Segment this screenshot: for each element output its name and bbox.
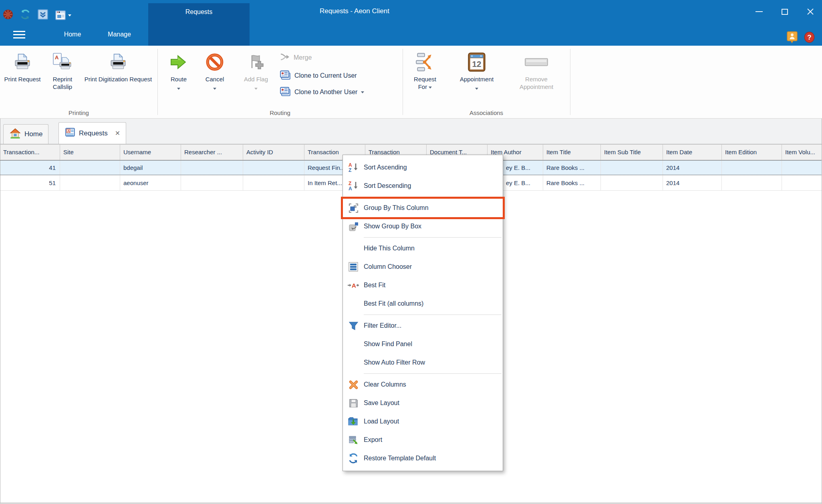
menu-item-best-fit[interactable]: A Best Fit — [343, 276, 503, 294]
menu-item-hide-this-column[interactable]: Hide This Column — [343, 239, 503, 258]
window-title: Requests - Aeon Client — [320, 7, 389, 15]
requests-doc-icon: A — [64, 127, 76, 139]
print-digitization-request-label: Print Digitization Request — [82, 75, 154, 83]
add-flag-label: Add Flag — [238, 75, 274, 83]
associations-group-label: Associations — [403, 109, 570, 116]
merge-label: Merge — [294, 54, 312, 61]
cancel-label: Cancel — [197, 75, 232, 83]
ribbon-tab-home[interactable]: Home — [54, 23, 91, 46]
merge-button: Merge — [280, 52, 312, 64]
group-by-icon — [343, 203, 364, 214]
printer-icon — [3, 49, 42, 75]
remove-appointment-label-line2: Appointment — [520, 83, 553, 90]
request-for-button[interactable]: Request For — [406, 49, 444, 91]
close-button[interactable] — [804, 6, 816, 18]
menu-item-column-chooser[interactable]: Column Chooser — [343, 258, 503, 276]
app-logo-icon — [3, 9, 13, 21]
menu-separator — [364, 237, 502, 238]
doc-tab-home[interactable]: Home — [3, 124, 48, 144]
best-fit-icon: A — [343, 281, 364, 290]
submit-icon[interactable] — [37, 9, 48, 22]
ribbon: Print Request A Reprint Callslip Print D… — [0, 46, 822, 119]
menu-item-sort-ascending[interactable]: AZ Sort Ascending — [343, 158, 503, 177]
column-header[interactable]: Item Sub Title — [601, 145, 663, 160]
print-digitization-request-button[interactable]: Print Digitization Request — [82, 49, 154, 83]
menu-separator — [364, 197, 502, 197]
column-header[interactable]: Site — [60, 145, 120, 160]
clone-to-current-user-label: Clone to Current User — [294, 72, 357, 79]
menu-item-export[interactable]: Export — [343, 431, 503, 449]
form-window-icon[interactable] — [55, 10, 71, 20]
print-request-button[interactable]: Print Request — [3, 49, 42, 83]
clone-to-another-user-button[interactable]: Clone to Another User — [280, 86, 364, 98]
column-header[interactable]: Item Date — [663, 145, 722, 160]
menu-item-show-find-panel[interactable]: Show Find Panel — [343, 335, 503, 353]
ribbon-tab-manage[interactable]: Manage — [99, 23, 139, 46]
ribbon-tab-row: Home Manage Process Bundles — [0, 23, 822, 46]
cancel-dropdown-caret — [213, 88, 216, 90]
filter-icon — [343, 321, 364, 331]
home-icon — [9, 128, 21, 141]
svg-text:A: A — [352, 282, 356, 289]
clone-card-icon — [280, 70, 291, 82]
route-dropdown-caret — [177, 88, 180, 90]
column-header[interactable]: Activity ID — [243, 145, 304, 160]
document-tab-strip: Home A Requests ✕ — [0, 119, 822, 144]
flag-icon — [238, 49, 274, 75]
route-arrow-icon — [161, 49, 196, 75]
column-header[interactable]: Username — [120, 145, 181, 160]
menu-item-filter-editor[interactable]: Filter Editor... — [343, 317, 503, 335]
add-flag-dropdown-caret — [254, 88, 258, 90]
cancel-icon — [197, 49, 232, 75]
menu-item-clear-columns[interactable]: Clear Columns — [343, 375, 503, 394]
reprint-callslip-button[interactable]: A Reprint Callslip — [43, 49, 82, 91]
menu-separator — [364, 314, 502, 315]
printer-icon — [82, 49, 154, 75]
group-separator — [403, 49, 403, 115]
merge-icon — [280, 52, 290, 63]
menu-item-best-fit-all-columns[interactable]: Best Fit (all columns) — [343, 294, 503, 313]
column-header[interactable]: Researcher ... — [181, 145, 243, 160]
clone-card-icon — [280, 86, 291, 98]
titlebar: Requests - Aeon Client — [0, 0, 822, 23]
route-button[interactable]: Route — [161, 49, 196, 92]
help-icon[interactable]: ? — [804, 31, 815, 45]
appointment-label: Appointment — [452, 75, 502, 83]
user-info-icon[interactable] — [787, 31, 798, 45]
doc-tab-requests-label: Requests — [79, 129, 108, 137]
menu-item-save-layout[interactable]: Save Layout — [343, 394, 503, 412]
column-header[interactable]: Item Title — [543, 145, 601, 160]
menu-item-show-group-by-box[interactable]: Show Group By Box — [343, 217, 503, 236]
svg-text:A: A — [349, 186, 352, 192]
cancel-button[interactable]: Cancel — [197, 49, 232, 92]
menu-item-sort-descending[interactable]: ZA Sort Descending — [343, 177, 503, 195]
refresh-icon[interactable] — [20, 9, 31, 22]
column-header[interactable]: Item Edition — [722, 145, 782, 160]
svg-text:Z: Z — [349, 181, 351, 186]
column-header[interactable]: Item Volu... — [782, 145, 822, 160]
column-context-menu: AZ Sort Ascending ZA Sort Descending Gro… — [342, 155, 503, 471]
restore-template-icon — [343, 453, 364, 464]
svg-text:?: ? — [807, 34, 811, 41]
remove-appointment-button: Remove Appointment — [508, 49, 565, 91]
tab-close-icon[interactable]: ✕ — [115, 129, 120, 137]
menu-item-show-auto-filter-row[interactable]: Show Auto Filter Row — [343, 353, 503, 372]
doc-tab-requests[interactable]: A Requests ✕ — [58, 122, 126, 144]
main-menu-icon[interactable] — [13, 31, 25, 38]
appointment-caret — [475, 88, 478, 90]
clone-to-another-user-caret — [361, 91, 364, 93]
minimize-button[interactable] — [753, 6, 765, 18]
maximize-button[interactable] — [779, 6, 791, 18]
menu-item-load-layout[interactable]: Load Layout — [343, 412, 503, 431]
clone-to-another-user-label: Clone to Another User — [294, 89, 357, 96]
printing-group-label: Printing — [0, 109, 157, 116]
appointment-button[interactable]: 12 Appointment — [452, 49, 502, 92]
sort-ascending-icon: AZ — [343, 162, 364, 173]
column-header[interactable]: Transaction... — [0, 145, 60, 160]
group-separator — [157, 49, 158, 115]
reprint-callslip-label: Reprint Callslip — [43, 75, 82, 91]
menu-item-group-by-this-column[interactable]: Group By This Column — [343, 199, 503, 217]
clone-to-current-user-button[interactable]: Clone to Current User — [280, 70, 357, 82]
group-by-box-icon — [343, 221, 364, 232]
menu-item-restore-template-default[interactable]: Restore Template Default — [343, 449, 503, 468]
